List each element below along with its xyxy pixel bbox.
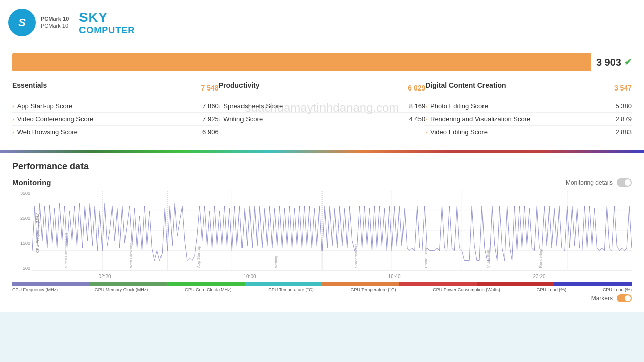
- video-conf-item[interactable]: › Video Conferencing Score 7 925: [12, 113, 219, 126]
- legend-label-3: CPU Temperature (°C): [268, 287, 313, 292]
- legend-gpu-temp: [322, 282, 399, 286]
- main-content: 3 903 ✔ Essentials 7 548 › App Start-up …: [0, 45, 644, 150]
- sky-text: SKY: [79, 10, 135, 25]
- chevron-icon: ›: [219, 116, 221, 122]
- web-browsing-item[interactable]: › Web Browsing Score 6 906: [12, 126, 219, 138]
- digital-content-label: Digital Content Creation: [425, 81, 506, 89]
- markers-row: Markers: [12, 292, 632, 304]
- x-label-4: 23:20: [533, 274, 545, 279]
- logo-area: S PCMark 10 PCMark 10 SKY COMPUTER: [8, 9, 135, 36]
- chevron-icon: ›: [425, 116, 427, 122]
- svg-text:Writing: Writing: [274, 256, 278, 268]
- legend-label-2: GPU Core Clock (MHz): [185, 287, 232, 292]
- check-icon: ✔: [624, 57, 632, 68]
- x-label-3: 16:40: [388, 274, 400, 279]
- essentials-total: 7 548: [201, 84, 219, 92]
- chevron-icon: ›: [219, 103, 221, 109]
- computer-text: COMPUTER: [79, 25, 135, 36]
- productivity-label: Productivity: [219, 81, 260, 89]
- spreadsheets-item[interactable]: › Spreadsheets Score 8 169: [219, 100, 426, 113]
- svg-text:Web Browsing: Web Browsing: [129, 242, 133, 268]
- chart-area: CPU Frequency (MHz) Video Conferencing: [32, 191, 632, 273]
- legend-label-5: CPU Power Consumption (Watts): [433, 287, 500, 292]
- svg-text:Spreadsheets: Spreadsheets: [354, 243, 358, 268]
- pcmark-version: PCMark 10: [41, 16, 69, 22]
- markers-label: Markers: [591, 295, 613, 302]
- svg-text:App Start-up: App Start-up: [196, 245, 201, 268]
- monitoring-details: Monitoring details: [566, 178, 632, 187]
- chevron-icon: ›: [12, 129, 14, 135]
- performance-title: Performance data: [12, 161, 632, 172]
- chevron-icon: ›: [425, 129, 427, 135]
- y-axis-label: CPU Frequency (MHz): [35, 213, 40, 253]
- svg-text:Photo Editing: Photo Editing: [424, 244, 428, 268]
- essentials-label: Essentials: [12, 81, 47, 89]
- monitoring-toggle[interactable]: [617, 178, 632, 187]
- legend-gpu-mem: [90, 282, 167, 286]
- app-startup-item[interactable]: › App Start-up Score 7 860: [12, 100, 219, 113]
- writing-item[interactable]: › Writing Score 4 450: [219, 113, 426, 125]
- markers-toggle[interactable]: [617, 294, 632, 302]
- legend-cpu-load: [554, 282, 632, 286]
- monitoring-header: Monitoring Monitoring details: [12, 178, 632, 187]
- rendering-item[interactable]: › Rendering and Visualization Score 2 87…: [425, 113, 632, 126]
- legend-gpu-load: [477, 282, 554, 286]
- header: S PCMark 10 PCMark 10 SKY COMPUTER: [0, 0, 644, 45]
- legend-gpu-core: [167, 282, 245, 286]
- chevron-icon: ›: [12, 103, 14, 109]
- video-editing-item[interactable]: › Video Editing Score 2 883: [425, 126, 632, 138]
- monitoring-label: Monitoring: [12, 178, 51, 187]
- pcmark-titles: PCMark 10 PCMark 10: [41, 16, 69, 29]
- score-bar: [12, 53, 591, 71]
- svg-text:Video Conferencing: Video Conferencing: [64, 233, 68, 268]
- legend-bar: [12, 282, 632, 286]
- score-bar-container: 3 903 ✔: [12, 45, 632, 77]
- legend-label-4: GPU Temperature (°C): [350, 287, 396, 292]
- essentials-header: Essentials 7 548: [12, 81, 219, 95]
- productivity-total: 6 029: [408, 84, 425, 92]
- x-label-2: 10:00: [243, 274, 256, 279]
- score-bar-value: 3 903 ✔: [596, 57, 632, 68]
- chart-svg: Video Conferencing Web Browsing App Star…: [32, 191, 632, 271]
- y-axis: 3500 2500 1500 500: [12, 191, 32, 271]
- x-axis-labels: 02:20 10:00 16:40 23:20: [12, 273, 632, 279]
- pcmark-icon: S: [8, 9, 36, 36]
- digital-content-header: Digital Content Creation 3 547: [425, 81, 632, 95]
- legend-cpu-power: [399, 282, 477, 286]
- productivity-header: Productivity 6 029: [219, 81, 426, 95]
- monitoring-details-label: Monitoring details: [566, 179, 613, 186]
- legend-cpu-freq: [12, 282, 90, 286]
- legend-labels: CPU Frequency (MHz) GPU Memory Clock (MH…: [12, 287, 632, 292]
- legend-label-0: CPU Frequency (MHz): [12, 287, 58, 292]
- legend-label-7: CPU Load (%): [603, 287, 632, 292]
- pcmark-subtitle: PCMark 10: [41, 23, 69, 29]
- digital-content-total: 3 547: [614, 84, 632, 92]
- chart-wrapper: 3500 2500 1500 500 CPU Frequency (MHz): [12, 191, 632, 273]
- legend-label-1: GPU Memory Clock (MHz): [95, 287, 148, 292]
- performance-section: Performance data Monitoring Monitoring d…: [0, 153, 644, 312]
- scores-grid: Essentials 7 548 › App Start-up Score 7 …: [12, 77, 632, 142]
- productivity-section: Productivity 6 029 › Spreadsheets Score …: [219, 81, 426, 138]
- legend-label-6: GPU Load (%): [537, 287, 567, 292]
- photo-editing-item[interactable]: › Photo Editing Score 5 380: [425, 100, 632, 113]
- chevron-icon: ›: [425, 103, 427, 109]
- digital-content-section: Digital Content Creation 3 547 › Photo E…: [425, 81, 632, 138]
- chevron-icon: ›: [12, 116, 14, 122]
- x-label-1: 02:20: [98, 274, 111, 279]
- essentials-section: Essentials 7 548 › App Start-up Score 7 …: [12, 81, 219, 138]
- legend-cpu-temp: [245, 282, 322, 286]
